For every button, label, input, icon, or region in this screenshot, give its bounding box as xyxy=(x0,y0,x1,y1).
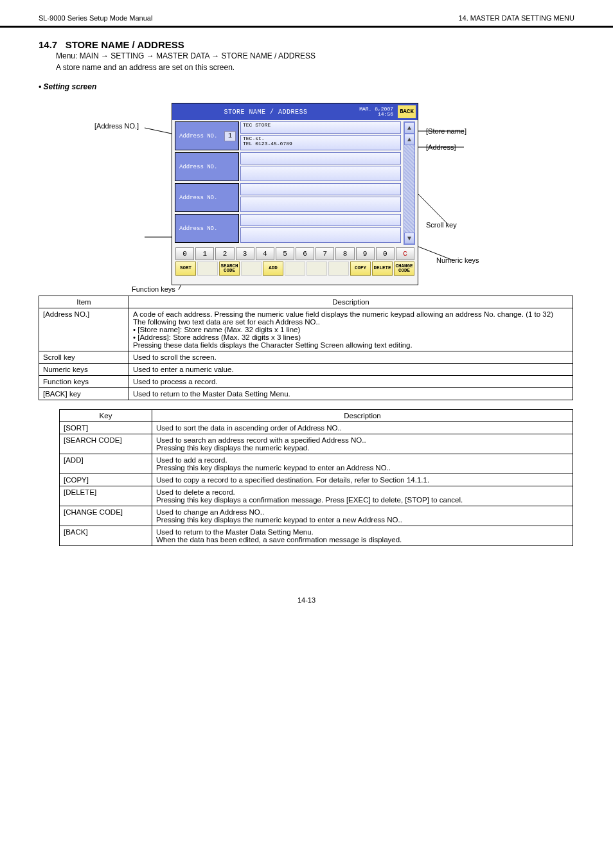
num-1[interactable]: 1 xyxy=(195,247,214,260)
callout-store-name: [Store name] xyxy=(426,127,466,135)
copy-button[interactable]: COPY xyxy=(350,261,371,276)
num-3[interactable]: 3 xyxy=(236,247,254,260)
search-code-button[interactable]: SEARCH CODE xyxy=(219,261,240,276)
callout-address: [Address] xyxy=(426,143,456,151)
scroll-up2-icon[interactable]: ▲ xyxy=(404,134,414,145)
address-field[interactable] xyxy=(240,166,401,181)
fn-blank xyxy=(306,261,327,276)
table-row: [COPY]Used to copy a record to a specifi… xyxy=(60,474,573,486)
table-row: Scroll keyUsed to scroll the screen. xyxy=(39,351,573,364)
add-button[interactable]: ADD xyxy=(263,261,283,276)
num-clear[interactable]: C xyxy=(396,247,414,260)
table-row: [Address NO.]A code of each address. Pre… xyxy=(39,308,573,351)
section-number: 14.7 xyxy=(39,39,57,50)
callout-address-no: [Address NO.] xyxy=(94,122,139,130)
address-no-label[interactable]: Address NO. xyxy=(175,214,239,243)
table-row: [SORT]Used to sort the data in ascending… xyxy=(60,422,573,434)
section-title-text: STORE NAME / ADDRESS xyxy=(66,39,184,50)
num-8[interactable]: 8 xyxy=(335,247,354,260)
ui-rows: Address NO. 1 TEC STORE TEC-st. TEL 0123… xyxy=(172,120,404,243)
address-no-label[interactable]: Address NO. 1 xyxy=(175,121,239,150)
delete-button[interactable]: DELETE xyxy=(372,261,393,276)
store-name-field[interactable] xyxy=(240,214,401,226)
callout-numeric: Numeric keys xyxy=(436,256,479,264)
ui-titlebar: STORE NAME / ADDRESS MAR. 8,2007 14:56 B… xyxy=(172,103,418,120)
num-2[interactable]: 2 xyxy=(215,247,234,260)
keys-table: Key Description [SORT]Used to sort the d… xyxy=(59,409,573,546)
num-0[interactable]: 0 xyxy=(175,247,194,260)
fn-blank xyxy=(285,261,305,276)
num-9[interactable]: 9 xyxy=(356,247,375,260)
section-breadcrumb: Menu: MAIN → SETTING → MASTER DATA → STO… xyxy=(0,51,613,60)
table-row: [BACK] keyUsed to return to the Master D… xyxy=(39,388,573,400)
scroll-down-icon[interactable]: ▼ xyxy=(404,233,414,244)
store-name-field[interactable] xyxy=(240,152,401,164)
numeric-keys: 0 1 2 3 4 5 6 7 8 9 0 C xyxy=(172,246,418,261)
sort-button[interactable]: SORT xyxy=(175,261,196,276)
address-no-value[interactable]: 1 xyxy=(224,131,236,141)
svg-line-7 xyxy=(413,189,448,224)
setting-screen-label: • Setting screen xyxy=(0,72,613,94)
fn-blank xyxy=(241,261,262,276)
address-field[interactable] xyxy=(240,227,401,243)
header-right: 14. MASTER DATA SETTING MENU xyxy=(458,14,574,22)
th-desc: Description xyxy=(129,296,573,308)
address-no-label[interactable]: Address NO. xyxy=(175,183,239,212)
ui-window: STORE NAME / ADDRESS MAR. 8,2007 14:56 B… xyxy=(172,103,418,285)
callout-function: Function keys xyxy=(132,285,175,293)
change-code-button[interactable]: CHANGE CODE xyxy=(394,261,414,276)
back-button[interactable]: BACK xyxy=(398,105,416,118)
screenshot-area: [Address NO.] [Store name] [Address] Scr… xyxy=(82,99,531,292)
address-field[interactable]: TEC-st. TEL 0123-45-6789 xyxy=(240,135,401,150)
fn-blank xyxy=(328,261,349,276)
store-name-field[interactable]: TEC STORE xyxy=(240,121,401,134)
table-row: Numeric keysUsed to enter a numeric valu… xyxy=(39,364,573,376)
table-row: [SEARCH CODE]Used to search an address r… xyxy=(60,434,573,454)
num-0b[interactable]: 0 xyxy=(376,247,395,260)
fn-blank xyxy=(197,261,218,276)
store-name-field[interactable] xyxy=(240,183,401,195)
scroll-up-icon[interactable]: ▲ xyxy=(404,122,414,134)
table-row: [BACK]Used to return to the Master Data … xyxy=(60,526,573,546)
section-desc: A store name and an address are set on t… xyxy=(0,60,613,72)
num-7[interactable]: 7 xyxy=(315,247,334,260)
address-no-text: Address NO. xyxy=(179,133,217,139)
address-no-label[interactable]: Address NO. xyxy=(175,152,239,181)
scroll-bar[interactable]: ▲ ▲ ▼ xyxy=(404,121,415,245)
items-table: Item Description [Address NO.]A code of … xyxy=(39,296,573,400)
num-6[interactable]: 6 xyxy=(296,247,314,260)
table-row: [ADD]Used to add a record. Pressing this… xyxy=(60,454,573,474)
section-title: 14.7 STORE NAME / ADDRESS xyxy=(0,28,613,51)
page-header: SL-9000 Series Setup Mode Manual 14. MAS… xyxy=(0,0,613,28)
table-row: [CHANGE CODE]Used to change an Address N… xyxy=(60,506,573,526)
num-4[interactable]: 4 xyxy=(256,247,274,260)
th-desc: Description xyxy=(152,410,573,422)
ui-date: MAR. 8,2007 14:56 xyxy=(359,107,396,117)
num-5[interactable]: 5 xyxy=(276,247,294,260)
th-key: Key xyxy=(60,410,152,422)
page-number: 14-13 xyxy=(0,546,613,617)
callout-scroll: Scroll key xyxy=(426,221,457,229)
th-item: Item xyxy=(39,296,129,308)
header-left: SL-9000 Series Setup Mode Manual xyxy=(39,14,152,22)
table-row: Function keysUsed to process a record. xyxy=(39,376,573,388)
ui-title: STORE NAME / ADDRESS xyxy=(172,109,359,116)
table-row: [DELETE]Used to delete a record. Pressin… xyxy=(60,486,573,506)
address-field[interactable] xyxy=(240,197,401,212)
function-keys: SORT SEARCH CODE ADD COPY DELETE CHANGE … xyxy=(172,261,418,278)
